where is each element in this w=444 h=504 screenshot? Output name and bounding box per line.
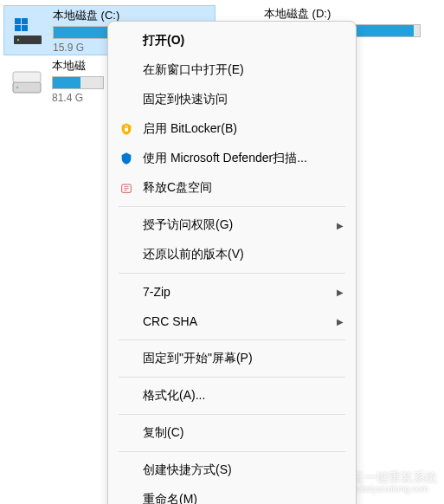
menu-item-label: 复制(C) [143,425,183,441]
menu-item-label: 授予访问权限(G) [143,217,233,233]
drive-free-text: 81.4 G [52,92,104,104]
drive-local[interactable]: 本地磁 81.4 G [3,55,107,106]
menu-item-label: 7-Zip [143,285,171,299]
menu-separator [119,414,345,415]
submenu-arrow-icon: ▶ [337,221,344,230]
menu-item-label: 使用 Microsoft Defender扫描... [143,151,307,166]
svg-rect-12 [125,128,128,132]
menu-item-label: 启用 BitLocker(B) [143,121,237,137]
menu-item-label: 格式化(A)... [143,388,205,404]
menu-item-11[interactable]: CRC SHA▶ [108,307,356,336]
menu-item-label: 在新窗口中打开(E) [143,62,244,78]
menu-item-3[interactable]: 启用 BitLocker(B) [108,114,356,144]
menu-separator [119,339,345,340]
bitlocker-icon [119,121,134,137]
submenu-arrow-icon: ▶ [337,288,344,297]
menu-item-0[interactable]: 打开(O) [108,26,356,55]
menu-separator [119,273,345,274]
drive-info: 本地磁 81.4 G [52,58,104,104]
svg-rect-10 [13,72,41,82]
menu-item-17[interactable]: 复制(C) [108,418,356,448]
menu-item-label: 释放C盘空间 [143,180,212,196]
menu-item-2[interactable]: 固定到快速访问 [108,85,356,114]
cleanup-icon [119,180,134,196]
menu-item-7[interactable]: 授予访问权限(G)▶ [108,210,356,240]
drive-usage-bar [52,76,104,89]
svg-point-11 [16,87,18,88]
hdd-icon [10,64,43,97]
drive-name: 本地磁盘 (D:) [264,6,421,22]
menu-item-label: 固定到"开始"屏幕(P) [143,351,253,366]
drive-bar-fill [53,77,80,88]
menu-item-20[interactable]: 重命名(M) [108,485,356,504]
drive-name: 本地磁 [52,58,104,74]
svg-rect-5 [22,25,28,31]
menu-item-label: 固定到快速访问 [143,92,228,107]
svg-point-1 [17,39,19,41]
menu-item-13[interactable]: 固定到"开始"屏幕(P) [108,344,356,373]
menu-separator [119,377,345,378]
menu-item-4[interactable]: 使用 Microsoft Defender扫描... [108,144,356,173]
defender-icon [119,151,134,166]
menu-item-19[interactable]: 创建快捷方式(S) [108,456,356,485]
menu-item-10[interactable]: 7-Zip▶ [108,277,356,307]
menu-item-8[interactable]: 还原以前的版本(V) [108,240,356,269]
svg-rect-4 [15,25,21,31]
menu-item-label: 打开(O) [143,33,184,48]
menu-item-label: 重命名(M) [143,492,197,504]
menu-item-15[interactable]: 格式化(A)... [108,381,356,410]
svg-rect-2 [15,18,21,24]
menu-item-label: 还原以前的版本(V) [143,247,244,262]
svg-rect-3 [22,18,28,24]
menu-item-label: CRC SHA [143,314,197,328]
windows-drive-icon [11,14,44,47]
menu-separator [119,451,345,452]
menu-separator [119,206,345,207]
submenu-arrow-icon: ▶ [337,317,344,326]
menu-item-5[interactable]: 释放C盘空间 [108,173,356,203]
context-menu: 打开(O)在新窗口中打开(E)固定到快速访问启用 BitLocker(B)使用 … [107,21,357,504]
menu-item-1[interactable]: 在新窗口中打开(E) [108,55,356,85]
menu-item-label: 创建快捷方式(S) [143,462,232,478]
